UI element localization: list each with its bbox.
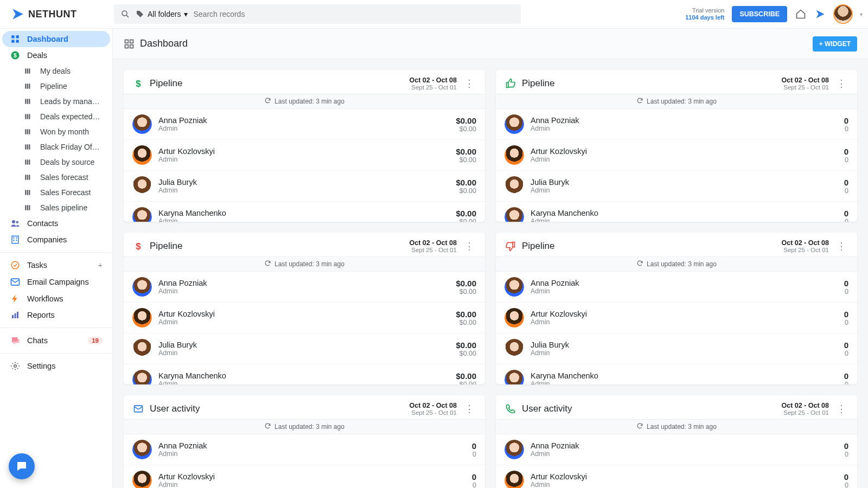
- sidebar-item-sales-pipeline[interactable]: Sales pipeline: [2, 200, 110, 215]
- sidebar-item-tasks[interactable]: Tasks+: [2, 257, 110, 273]
- search-scope-dropdown[interactable]: All folders ▾: [136, 10, 188, 18]
- bolt-icon: [10, 294, 21, 304]
- list-row[interactable]: Artur KozlovskyiAdmin00: [496, 303, 857, 333]
- list-row[interactable]: Karyna ManchenkoAdmin$0.00$0.00: [124, 202, 485, 222]
- row-name: Artur Kozlovskyi: [531, 472, 587, 481]
- row-value: 0: [844, 472, 848, 481]
- svg-point-39: [16, 221, 19, 224]
- user-avatar[interactable]: [834, 5, 852, 23]
- widget-compare-range: Sept 25 - Oct 01: [781, 247, 829, 253]
- sidebar-item-my-deals[interactable]: My deals: [2, 63, 110, 79]
- list-row[interactable]: Anna PozniakAdmin$0.00$0.00: [124, 109, 485, 140]
- widget-more-icon[interactable]: ⋮: [462, 81, 476, 87]
- sidebar-item-pipeline[interactable]: Pipeline: [2, 79, 110, 94]
- svg-rect-54: [130, 44, 133, 48]
- row-compare-value: $0.00: [456, 288, 476, 296]
- sidebar-item-contacts[interactable]: Contacts: [2, 215, 110, 232]
- avatar: [505, 207, 524, 222]
- sidebar-item-companies[interactable]: Companies: [2, 232, 110, 248]
- sidebar-item-workflows[interactable]: Workflows: [2, 291, 110, 307]
- svg-rect-11: [25, 84, 26, 88]
- list-row[interactable]: Artur KozlovskyiAdmin00: [496, 140, 857, 171]
- list-row[interactable]: Artur KozlovskyiAdmin$0.00$0.00: [124, 140, 485, 171]
- svg-rect-30: [27, 175, 28, 179]
- widget-more-icon[interactable]: ⋮: [834, 406, 848, 412]
- list-row[interactable]: Anna PozniakAdmin00: [496, 434, 857, 465]
- list-row[interactable]: Julia BurykAdmin$0.00$0.00: [124, 333, 485, 364]
- trial-line1: Trial version: [685, 7, 724, 14]
- sidebar-item-label: Settings: [27, 362, 55, 370]
- avatar: [505, 370, 524, 384]
- sidebar-item-leads-by-mana-[interactable]: Leads by mana…: [2, 94, 110, 109]
- row-role: Admin: [531, 450, 579, 458]
- home-icon[interactable]: [795, 8, 807, 20]
- list-row[interactable]: Julia BurykAdmin00: [496, 171, 857, 202]
- svg-rect-8: [25, 68, 26, 73]
- sidebar-item-label: Pipeline: [40, 82, 67, 91]
- list-row[interactable]: Karyna ManchenkoAdmin$0.00$0.00: [124, 364, 485, 384]
- widget-compare-range: Sept 25 - Oct 01: [409, 84, 457, 91]
- widget-title: Pipeline: [522, 241, 555, 252]
- sidebar-item-label: Contacts: [27, 219, 58, 228]
- sidebar-item-label: Chats: [27, 336, 48, 345]
- sidebar-item-deals[interactable]: $Deals: [2, 47, 110, 63]
- row-role: Admin: [531, 287, 579, 295]
- sidebar-item-dashboard[interactable]: Dashboard: [2, 31, 110, 47]
- row-name: Anna Pozniak: [531, 116, 579, 125]
- sidebar-item-label: Workflows: [27, 294, 63, 303]
- widget-more-icon[interactable]: ⋮: [462, 243, 476, 249]
- svg-rect-28: [29, 159, 30, 164]
- search-icon: [120, 9, 130, 19]
- sidebar-item-email-campaigns[interactable]: Email Campaigns: [2, 273, 110, 291]
- svg-text:$: $: [136, 241, 141, 252]
- sub-view-icon: [23, 67, 34, 75]
- row-compare-value: 0: [844, 218, 848, 222]
- brand-logo[interactable]: NETHUNT: [11, 7, 114, 21]
- add-widget-button[interactable]: + WIDGET: [813, 36, 857, 52]
- row-value: 0: [844, 371, 848, 381]
- list-row[interactable]: Anna PozniakAdmin$0.00$0.00: [124, 272, 485, 303]
- refresh-icon: [264, 260, 271, 268]
- list-row[interactable]: Anna PozniakAdmin00: [124, 434, 485, 465]
- sidebar-item-reports[interactable]: Reports: [2, 307, 110, 323]
- topbar: NETHUNT All folders ▾ Trial version 1104…: [0, 0, 868, 29]
- sidebar-item-deals-by-source[interactable]: Deals by source: [2, 155, 110, 170]
- widget-updated: Last updated: 3 min ago: [496, 419, 857, 434]
- list-row[interactable]: Karyna ManchenkoAdmin00: [496, 364, 857, 384]
- list-row[interactable]: Artur KozlovskyiAdmin$0.00$0.00: [124, 303, 485, 333]
- notifications-icon[interactable]: [814, 8, 826, 20]
- sidebar-item-black-friday-of-[interactable]: Black Friday Of…: [2, 139, 110, 155]
- svg-rect-48: [15, 313, 16, 318]
- row-name: Anna Pozniak: [158, 279, 207, 287]
- svg-rect-22: [29, 129, 30, 134]
- chevron-down-icon: ▾: [184, 10, 188, 18]
- sidebar-item-won-by-month[interactable]: Won by month: [2, 124, 110, 139]
- row-role: Admin: [158, 125, 207, 132]
- list-row[interactable]: Julia BurykAdmin00: [496, 333, 857, 364]
- list-row[interactable]: Karyna ManchenkoAdmin00: [496, 202, 857, 222]
- list-row[interactable]: Artur KozlovskyiAdmin00: [124, 465, 485, 488]
- list-row[interactable]: Julia BurykAdmin$0.00$0.00: [124, 171, 485, 202]
- sidebar-item-sales-forecast[interactable]: Sales Forecast: [2, 185, 110, 200]
- add-icon[interactable]: +: [98, 261, 103, 269]
- subscribe-button[interactable]: SUBSCRIBE: [732, 6, 787, 22]
- list-row[interactable]: Anna PozniakAdmin00: [496, 272, 857, 303]
- sidebar-item-chats[interactable]: Chats19: [2, 332, 110, 349]
- chat-fab[interactable]: [9, 453, 35, 479]
- list-row[interactable]: Anna PozniakAdmin00: [496, 109, 857, 140]
- row-compare-value: 0: [844, 156, 848, 164]
- sidebar-item-deals-expected-[interactable]: Deals expected…: [2, 109, 110, 124]
- widget-more-icon[interactable]: ⋮: [462, 406, 476, 412]
- user-menu-caret[interactable]: ▾: [860, 11, 863, 17]
- dashboard-icon: [124, 38, 135, 49]
- sidebar-item-settings[interactable]: Settings: [2, 358, 110, 374]
- list-row[interactable]: Artur KozlovskyiAdmin00: [496, 465, 857, 488]
- sidebar-item-sales-forecast[interactable]: Sales forecast: [2, 170, 110, 185]
- search-bar[interactable]: All folders ▾: [114, 4, 521, 24]
- sidebar-item-label: Tasks: [27, 261, 47, 269]
- brand-icon: [11, 7, 25, 21]
- widget-more-icon[interactable]: ⋮: [834, 243, 848, 249]
- row-compare-value: 0: [472, 451, 476, 458]
- widget-more-icon[interactable]: ⋮: [834, 81, 848, 87]
- search-input[interactable]: [193, 10, 514, 18]
